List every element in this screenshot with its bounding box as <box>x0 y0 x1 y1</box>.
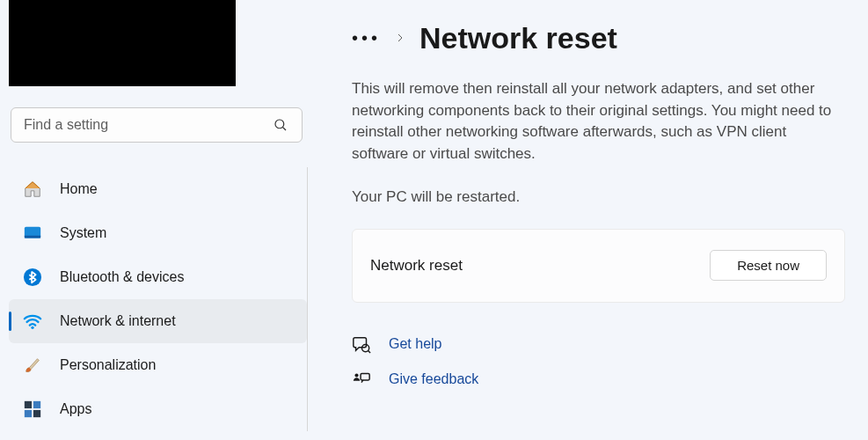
svg-point-5 <box>31 326 33 329</box>
nav-label: Home <box>60 181 98 197</box>
get-help-row[interactable]: Get help <box>352 334 845 354</box>
bluetooth-icon <box>23 268 42 287</box>
brush-icon <box>23 356 42 375</box>
nav-item-home[interactable]: Home <box>9 167 307 211</box>
search-wrap <box>11 107 303 143</box>
user-account-block <box>9 0 236 86</box>
breadcrumb-ellipsis-icon[interactable]: ••• <box>352 28 381 48</box>
page-description: This will remove then reinstall all your… <box>352 78 844 165</box>
nav-label: Apps <box>60 401 91 417</box>
svg-line-11 <box>368 350 371 353</box>
search-icon <box>273 117 288 133</box>
nav-label: Personalization <box>60 357 156 373</box>
feedback-icon <box>352 370 371 389</box>
help-icon <box>352 334 371 354</box>
breadcrumb: ••• Network reset <box>352 21 845 55</box>
reset-now-button[interactable]: Reset now <box>710 250 827 281</box>
home-icon <box>23 180 42 199</box>
nav-item-system[interactable]: System <box>9 211 307 255</box>
reset-card-label: Network reset <box>370 257 463 275</box>
chevron-right-icon <box>395 31 405 47</box>
svg-rect-7 <box>33 401 40 408</box>
get-help-link[interactable]: Get help <box>389 336 441 352</box>
give-feedback-link[interactable]: Give feedback <box>389 371 478 387</box>
svg-line-1 <box>282 127 286 130</box>
nav-label: System <box>60 225 106 241</box>
svg-rect-6 <box>25 401 32 408</box>
svg-rect-8 <box>25 410 32 417</box>
nav-item-apps[interactable]: Apps <box>9 387 307 431</box>
nav-item-bluetooth[interactable]: Bluetooth & devices <box>9 255 307 299</box>
svg-rect-13 <box>361 373 369 379</box>
sidebar-nav: Home System Bluetooth & devices <box>9 167 308 431</box>
svg-point-0 <box>275 120 284 128</box>
wifi-icon <box>23 312 42 331</box>
main-content: ••• Network reset This will remove then … <box>317 0 868 440</box>
system-icon <box>23 224 42 243</box>
nav-item-network[interactable]: Network & internet <box>9 299 307 343</box>
nav-label: Network & internet <box>60 313 176 329</box>
apps-icon <box>23 400 42 419</box>
give-feedback-row[interactable]: Give feedback <box>352 370 845 389</box>
page-title: Network reset <box>419 21 617 55</box>
svg-point-12 <box>354 373 358 377</box>
search-input[interactable] <box>11 107 303 143</box>
sidebar: Home System Bluetooth & devices <box>0 0 317 440</box>
svg-rect-9 <box>33 410 40 417</box>
reset-card: Network reset Reset now <box>352 229 845 303</box>
svg-rect-3 <box>25 236 40 238</box>
restart-note: Your PC will be restarted. <box>352 188 845 206</box>
svg-point-10 <box>361 344 368 351</box>
nav-label: Bluetooth & devices <box>60 269 184 285</box>
nav-item-personalization[interactable]: Personalization <box>9 343 307 387</box>
